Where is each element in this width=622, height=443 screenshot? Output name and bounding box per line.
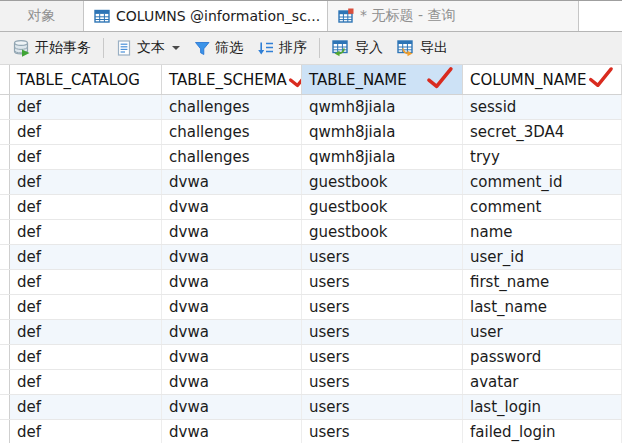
row-gutter[interactable] [0,220,10,244]
table-row: defdvwauserslast_login [0,395,622,420]
row-gutter[interactable] [0,195,10,219]
table-row: defchallengesqwmh8jialasessid [0,95,622,120]
row-gutter[interactable] [0,370,10,394]
tab-untitled-label: * 无标题 - 查询 [360,7,455,25]
text-view-button[interactable]: 文本 [109,35,187,61]
table-cell[interactable]: qwmh8jiala [302,120,463,144]
table-cell[interactable]: dvwa [162,270,302,294]
table-cell[interactable]: password [463,345,622,369]
table-cell[interactable]: sessid [463,95,622,119]
row-gutter[interactable] [0,395,10,419]
table-cell[interactable]: failed_login [463,420,622,443]
export-button[interactable]: 导出 [390,35,455,61]
table-cell[interactable]: users [302,320,463,344]
table-cell[interactable]: dvwa [162,345,302,369]
import-table-icon [332,40,350,57]
table-cell[interactable]: users [302,295,463,319]
row-gutter[interactable] [0,245,10,269]
table-cell[interactable]: users [302,345,463,369]
table-cell[interactable]: def [10,320,162,344]
column-header-table-name[interactable]: TABLE_NAME [302,65,463,94]
export-label: 导出 [420,39,448,57]
tabbar-filler [579,1,622,31]
table-cell[interactable]: dvwa [162,420,302,443]
tab-columns-label: COLUMNS @information_sc... [116,8,320,24]
table-cell[interactable]: guestbook [302,195,463,219]
table-cell[interactable]: users [302,370,463,394]
tab-objects[interactable]: 对象 [0,1,84,31]
table-cell[interactable]: last_login [463,395,622,419]
table-cell[interactable]: challenges [162,120,302,144]
table-cell[interactable]: challenges [162,95,302,119]
row-gutter[interactable] [0,270,10,294]
row-gutter[interactable] [0,420,10,443]
table-cell[interactable]: users [302,420,463,443]
sort-button[interactable]: 排序 [250,35,314,61]
row-gutter[interactable] [0,345,10,369]
red-checkmark-icon [423,65,458,94]
table-cell[interactable]: guestbook [302,220,463,244]
begin-transaction-button[interactable]: 开始事务 [5,35,98,61]
table-row: defdvwausersfirst_name [0,270,622,295]
table-cell[interactable]: def [10,170,162,194]
import-button[interactable]: 导入 [325,35,390,61]
table-cell[interactable]: def [10,395,162,419]
column-header-table-catalog[interactable]: TABLE_CATALOG [10,65,162,94]
table-cell[interactable]: users [302,395,463,419]
column-header-label: TABLE_SCHEMA [169,71,287,89]
table-cell[interactable]: first_name [463,270,622,294]
begin-transaction-label: 开始事务 [35,39,91,57]
database-client-window: 对象 COLUMNS @information_sc... [0,0,622,443]
table-cell[interactable]: def [10,145,162,169]
row-gutter[interactable] [0,145,10,169]
table-cell[interactable]: user_id [463,245,622,269]
table-cell[interactable]: def [10,245,162,269]
table-cell[interactable]: name [463,220,622,244]
row-gutter[interactable] [0,95,10,119]
tab-columns-table[interactable]: COLUMNS @information_sc... [84,1,328,31]
table-cell[interactable]: dvwa [162,295,302,319]
table-cell[interactable]: dvwa [162,220,302,244]
table-cell[interactable]: guestbook [302,170,463,194]
table-cell[interactable]: last_name [463,295,622,319]
column-header-table-schema[interactable]: TABLE_SCHEMA [162,65,302,94]
table-cell[interactable]: users [302,270,463,294]
row-gutter[interactable] [0,320,10,344]
row-gutter[interactable] [0,295,10,319]
table-row: defchallengesqwmh8jialatryy [0,145,622,170]
table-cell[interactable]: tryy [463,145,622,169]
table-cell[interactable]: def [10,195,162,219]
table-cell[interactable]: def [10,370,162,394]
table-cell[interactable]: dvwa [162,320,302,344]
toolbar: 开始事务 文本 筛选 [0,32,622,65]
table-cell[interactable]: users [302,245,463,269]
table-cell[interactable]: comment_id [463,170,622,194]
filter-button[interactable]: 筛选 [187,35,250,61]
column-header-label: COLUMN_NAME [470,71,586,89]
table-cell[interactable]: qwmh8jiala [302,145,463,169]
table-cell[interactable]: dvwa [162,395,302,419]
table-cell[interactable]: def [10,220,162,244]
table-cell[interactable]: avatar [463,370,622,394]
column-header-column-name[interactable]: COLUMN_NAME [463,65,622,94]
table-cell[interactable]: dvwa [162,370,302,394]
table-cell[interactable]: def [10,420,162,443]
table-cell[interactable]: secret_3DA4 [463,120,622,144]
table-cell[interactable]: comment [463,195,622,219]
grid-header-row: TABLE_CATALOG TABLE_SCHEMA TABLE_NAME [0,65,622,95]
tab-untitled-query[interactable]: * 无标题 - 查询 [328,1,579,31]
table-cell[interactable]: def [10,345,162,369]
toolbar-separator [319,38,320,58]
row-gutter[interactable] [0,170,10,194]
table-cell[interactable]: user [463,320,622,344]
table-cell[interactable]: def [10,95,162,119]
table-cell[interactable]: def [10,120,162,144]
table-cell[interactable]: dvwa [162,245,302,269]
table-cell[interactable]: dvwa [162,195,302,219]
table-cell[interactable]: challenges [162,145,302,169]
row-gutter[interactable] [0,120,10,144]
table-cell[interactable]: qwmh8jiala [302,95,463,119]
table-cell[interactable]: def [10,270,162,294]
table-cell[interactable]: def [10,295,162,319]
table-cell[interactable]: dvwa [162,170,302,194]
